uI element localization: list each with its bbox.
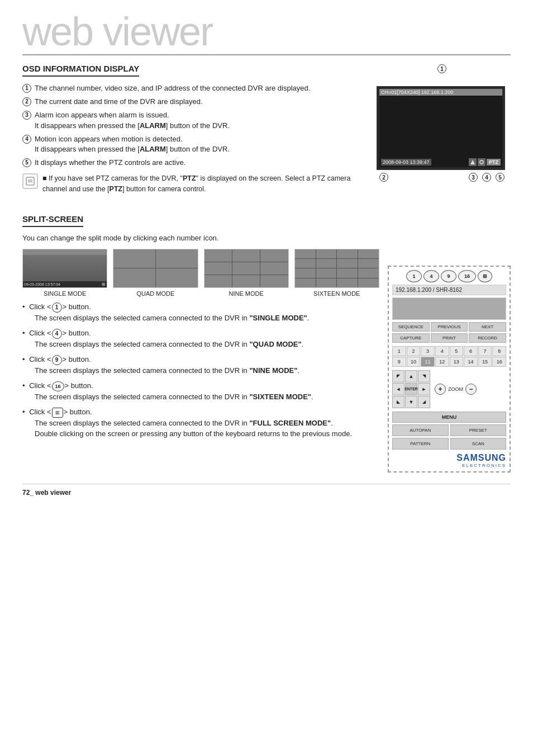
dvr-ch-10[interactable]: 10 — [407, 357, 421, 367]
ptz-up-left[interactable]: ◤ — [392, 370, 404, 382]
dvr-ch-9[interactable]: 9 — [392, 357, 406, 367]
quad-mode-item: QUAD MODE — [113, 249, 198, 297]
click-btn-full: ⊞ — [52, 408, 63, 418]
dvr-preset-btn[interactable]: PRESET — [450, 424, 507, 436]
note-icon — [22, 173, 38, 189]
zoom-minus-btn[interactable]: − — [465, 384, 477, 395]
dvr-ch-8[interactable]: 8 — [492, 346, 506, 356]
click-single-desc: The screen displays the selected camera … — [35, 314, 379, 322]
dvr-btn-full[interactable]: ⊞ — [478, 270, 492, 282]
sixteen-mode-name: "SIXTEEN MODE" — [249, 393, 311, 401]
dvr-next-btn[interactable]: NEXT — [469, 322, 506, 332]
svg-marker-3 — [470, 160, 475, 164]
single-mode-name: "SINGLE MODE" — [249, 314, 307, 322]
ptz-right[interactable]: ► — [418, 383, 430, 395]
dvr-ch-12[interactable]: 12 — [435, 357, 449, 367]
ptz-up-right[interactable]: ◥ — [418, 370, 430, 382]
dvr-btn-1[interactable]: 1 — [406, 270, 422, 282]
click-label-post: > button. — [64, 408, 92, 416]
dvr-autopan-btn[interactable]: AUTOPAN — [392, 424, 449, 436]
dvr-ch-13[interactable]: 13 — [450, 357, 464, 367]
dvr-panel: 1 4 9 16 ⊞ 192.168.1.200 / SHR-8162 SEQU… — [388, 266, 511, 472]
dvr-btn-9[interactable]: 9 — [441, 270, 456, 282]
quad-cell — [113, 268, 155, 287]
dvr-menu-btn[interactable]: MENU — [392, 412, 506, 423]
dvr-ch-3[interactable]: 3 — [421, 346, 435, 356]
single-thumb-time: 09-03-2008 13:57:04 — [24, 282, 60, 286]
note-box: ■ If you have set PTZ cameras for the DV… — [22, 173, 365, 195]
footer-text: 72_ web viewer — [22, 489, 71, 497]
zoom-plus-btn[interactable]: + — [435, 384, 446, 395]
ptz-down-left[interactable]: ◣ — [392, 396, 404, 408]
sixteen-cell — [295, 249, 316, 258]
ptz-enter[interactable]: ENTER — [405, 383, 417, 395]
dvr-btn-4[interactable]: 4 — [423, 270, 439, 282]
dvr-ch-15[interactable]: 15 — [478, 357, 492, 367]
page-footer: 72_ web viewer — [22, 484, 511, 497]
note-text: ■ If you have set PTZ cameras for the DV… — [42, 173, 365, 195]
dvr-ch-16[interactable]: 16 — [492, 357, 506, 367]
dvr-ch-4[interactable]: 4 — [435, 346, 449, 356]
dvr-record-btn[interactable]: RECORD — [469, 333, 506, 343]
dvr-action-buttons: CAPTURE PRINT RECORD — [392, 333, 506, 343]
dvr-ch-14[interactable]: 14 — [464, 357, 478, 367]
dvr-ch-1[interactable]: 1 — [392, 346, 406, 356]
dvr-sequence-btn[interactable]: SEQUENCE — [392, 322, 430, 332]
zoom-control: + ZOOM − — [435, 384, 477, 395]
dvr-mode-buttons: 1 4 9 16 ⊞ — [392, 270, 506, 282]
sixteen-cell — [316, 268, 337, 277]
dvr-btn-16[interactable]: 16 — [458, 270, 476, 282]
ptz-dpad: ◤ ▲ ◥ ◄ ENTER ► ◣ ▼ ◢ — [392, 370, 430, 408]
click-label: Click < — [29, 303, 51, 311]
sixteen-cell — [316, 278, 337, 287]
enter-label: ENTER — [404, 387, 418, 391]
osd-left-content: OSD INFORMATION DISPLAY 1 The channel nu… — [22, 64, 365, 203]
dvr-address: 192.168.1.200 / SHR-8162 — [392, 285, 506, 295]
click-label: Click < — [29, 355, 51, 363]
quad-mode-name: "QUAD MODE" — [249, 340, 301, 348]
click-btn-16: 16 — [52, 381, 64, 391]
osd-section-title: OSD INFORMATION DISPLAY — [22, 64, 139, 77]
ptz-down-right[interactable]: ◢ — [418, 396, 430, 408]
page-container: web viewer OSD INFORMATION DISPLAY 1 The… — [0, 0, 533, 519]
nine-cell — [204, 262, 232, 275]
osd-num1-overlay: 1 — [437, 64, 446, 73]
click-full-extra: Double clicking on the screen or pressin… — [35, 429, 379, 438]
list-item: 5 It displays whether the PTZ controls a… — [22, 158, 365, 168]
list-item: 3 Alarm icon appears when alarm is issue… — [22, 110, 365, 130]
alarm-icon-box — [469, 158, 477, 166]
quad-cell — [113, 249, 155, 268]
click-label: Click < — [29, 381, 51, 390]
dvr-ch-7[interactable]: 7 — [478, 346, 492, 356]
nine-mode-item: NINE MODE — [204, 249, 289, 297]
quad-cell — [156, 268, 198, 287]
sixteen-cell — [316, 259, 337, 268]
click-btn-9: 9 — [52, 355, 62, 365]
split-section-title: SPLIT-SCREEN — [22, 214, 83, 227]
osd-icons: PTZ — [469, 158, 501, 166]
quad-mode-label: QUAD MODE — [113, 290, 198, 297]
ptz-down[interactable]: ▼ — [405, 396, 417, 408]
dvr-pattern-btn[interactable]: PATTERN — [392, 438, 449, 450]
electronics-label: ELECTRONICS — [392, 463, 506, 468]
osd-item-4-text: Motion icon appears when motion is detec… — [35, 134, 230, 154]
dvr-scan-btn[interactable]: SCAN — [450, 438, 507, 450]
dvr-ch-2[interactable]: 2 — [407, 346, 421, 356]
osd-num4: 4 — [482, 173, 491, 182]
dvr-print-btn[interactable]: PRINT — [431, 333, 468, 343]
dvr-capture-btn[interactable]: CAPTURE — [392, 333, 430, 343]
single-thumb-bottom: 09-03-2008 13:57:04 ⊞ — [23, 281, 107, 287]
dvr-ch-6[interactable]: 6 — [464, 346, 478, 356]
ptz-up[interactable]: ▲ — [405, 370, 417, 382]
sixteen-cell — [316, 249, 337, 258]
dvr-ch-11[interactable]: 11 — [421, 357, 435, 367]
sixteen-mode-item: SIXTEEN MODE — [294, 249, 379, 297]
dvr-ch-5[interactable]: 5 — [450, 346, 464, 356]
zoom-label: ZOOM — [448, 386, 463, 392]
dvr-previous-btn[interactable]: PREVIOUS — [431, 322, 468, 332]
circle-num-1: 1 — [22, 84, 31, 93]
motion-icon-box — [478, 158, 486, 166]
ptz-left[interactable]: ◄ — [392, 383, 404, 395]
ptz-area: ◤ ▲ ◥ ◄ ENTER ► ◣ ▼ ◢ — [392, 370, 506, 408]
click-label: Click < — [29, 408, 51, 416]
